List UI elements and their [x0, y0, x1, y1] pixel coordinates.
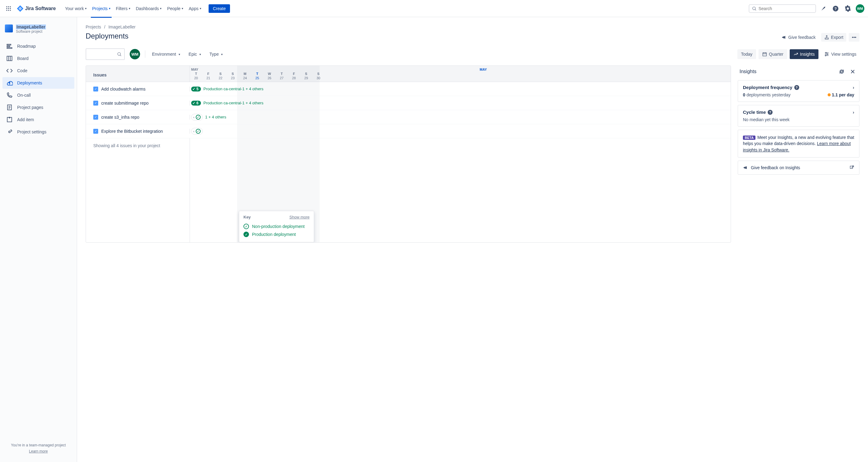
sidebar: ImageLabeller Software project Roadmap B…	[0, 17, 77, 462]
notifications-icon[interactable]	[818, 4, 828, 13]
user-avatar[interactable]: WM	[856, 4, 864, 13]
cycle-time-card[interactable]: Cycle time?› No median yet this week	[738, 105, 860, 127]
issues-column-header: Issues	[86, 66, 190, 81]
settings-icon[interactable]	[843, 4, 853, 13]
help-icon[interactable]: ?	[794, 85, 799, 90]
issues-footer-text: Showing all 4 issues in your project	[86, 138, 190, 242]
insights-feedback-card[interactable]: Give feedback on Insights	[738, 161, 860, 175]
day-column: F21	[202, 72, 214, 82]
export-icon	[824, 35, 829, 40]
sidebar-item-board[interactable]: Board	[2, 53, 74, 64]
sidebar-item-code[interactable]: Code	[2, 65, 74, 76]
svg-line-29	[120, 55, 121, 56]
filter-assignee[interactable]: WM	[130, 49, 140, 59]
svg-rect-27	[825, 38, 828, 39]
key-show-more[interactable]: Show more	[289, 215, 310, 219]
create-button[interactable]: Create	[209, 4, 230, 13]
nav-items: Your work▾ Projects▾ Filters▾ Dashboards…	[62, 4, 204, 13]
sidebar-item-roadmap[interactable]: Roadmap	[2, 40, 74, 52]
svg-point-8	[10, 10, 11, 11]
timeline-row[interactable]: ✓create submitImage repo✓ 6Production ca…	[86, 96, 731, 110]
sidebar-item-deployments[interactable]: Deployments	[2, 77, 74, 89]
day-column: W26	[264, 72, 276, 82]
app-switcher-icon[interactable]	[4, 4, 13, 13]
day-column: T20	[190, 72, 202, 82]
project-header[interactable]: ImageLabeller Software project	[2, 23, 74, 38]
timeline-row[interactable]: ✓create s3_infra repo‹✓1 + 4 others	[86, 110, 731, 124]
top-nav: Jira Software Your work▾ Projects▾ Filte…	[0, 0, 868, 17]
help-icon[interactable]: ?	[831, 4, 840, 13]
breadcrumbs: Projects / ImageLabeller	[86, 25, 860, 29]
filters-row: WM Environment▾ Epic▾ Type▾ Today Quarte…	[86, 48, 860, 60]
global-search[interactable]	[749, 4, 816, 13]
svg-point-28	[118, 53, 121, 55]
project-icon	[5, 25, 13, 32]
breadcrumb-project[interactable]: ImageLabeller	[108, 25, 135, 29]
filter-environment[interactable]: Environment▾	[150, 51, 182, 58]
megaphone-icon	[743, 165, 748, 170]
today-button[interactable]: Today	[737, 49, 756, 59]
day-column: F28	[288, 72, 300, 82]
external-link-icon	[849, 165, 854, 170]
insights-refresh-icon[interactable]	[837, 67, 846, 76]
insights-panel: Insights Deployment frequency?› 0 deploy…	[738, 65, 860, 178]
insights-close-icon[interactable]	[848, 67, 858, 76]
sidebar-item-add[interactable]: Add item	[2, 114, 74, 125]
search-icon	[117, 52, 122, 57]
key-legend-popup: KeyShow more ✓Non-production deployment …	[239, 211, 314, 242]
filter-type[interactable]: Type▾	[208, 51, 224, 58]
logo-text: Jira Software	[25, 6, 56, 11]
svg-point-2	[10, 6, 11, 7]
day-column: S29	[300, 72, 312, 82]
svg-point-7	[8, 10, 9, 11]
sidebar-item-pages[interactable]: Project pages	[2, 101, 74, 113]
issue-title: Explore the Bitbucket integration	[101, 129, 163, 134]
export-button[interactable]: Export	[821, 33, 846, 41]
nav-dashboards[interactable]: Dashboards▾	[133, 4, 164, 13]
insights-title: Insights	[740, 69, 836, 74]
svg-point-38	[827, 54, 828, 55]
insights-intro-card: BETAMeet your Insights, a new and evolvi…	[738, 130, 860, 158]
svg-point-39	[825, 55, 826, 56]
project-type: Software project	[16, 29, 46, 34]
svg-point-37	[826, 52, 827, 53]
nav-projects[interactable]: Projects▾	[90, 4, 113, 13]
svg-rect-13	[7, 44, 11, 45]
day-column: M24	[239, 72, 251, 82]
nav-people[interactable]: People▾	[164, 4, 186, 13]
day-column: T25	[251, 72, 264, 82]
issue-title: Add cloudwatch alarms	[101, 87, 146, 91]
issue-title: create s3_infra repo	[101, 115, 140, 120]
key-prod: ✓Production deployment	[244, 230, 310, 238]
svg-line-10	[755, 9, 756, 10]
svg-rect-16	[7, 56, 12, 61]
timeline-row[interactable]: ✓Explore the Bitbucket integration‹✓	[86, 124, 731, 138]
insights-button[interactable]: Insights	[790, 49, 818, 59]
sidebar-item-oncall[interactable]: On-call	[2, 89, 74, 101]
help-icon[interactable]: ?	[768, 110, 773, 115]
nav-filters[interactable]: Filters▾	[114, 4, 133, 13]
deployment-frequency-card[interactable]: Deployment frequency?› 0 deployments yes…	[738, 80, 860, 102]
quarter-button[interactable]: Quarter	[758, 49, 787, 59]
svg-point-4	[8, 8, 9, 9]
nav-your-work[interactable]: Your work▾	[62, 4, 89, 13]
more-actions-button[interactable]: •••	[849, 33, 860, 41]
chart-icon	[794, 52, 798, 57]
nav-apps[interactable]: Apps▾	[186, 4, 204, 13]
sidebar-learn-more[interactable]: Learn more	[5, 449, 72, 454]
calendar-icon	[762, 52, 767, 57]
search-input[interactable]	[758, 6, 813, 11]
sidebar-item-settings[interactable]: Project settings	[2, 126, 74, 138]
filter-search[interactable]	[86, 48, 125, 60]
give-feedback-button[interactable]: Give feedback	[778, 33, 819, 41]
timeline-row[interactable]: ✓Add cloudwatch alarms✓ 5Production ca-c…	[86, 82, 731, 96]
jira-logo[interactable]: Jira Software	[15, 5, 58, 12]
deployments-timeline: Issues MAYMAY T20F21S22S23M24T25W26T27F2…	[86, 65, 731, 243]
day-column: S22	[214, 72, 227, 82]
svg-rect-14	[7, 46, 10, 47]
page-title: Deployments	[86, 32, 860, 40]
view-settings-button[interactable]: View settings	[821, 50, 860, 59]
breadcrumb-projects[interactable]: Projects	[86, 25, 101, 29]
filter-epic[interactable]: Epic▾	[187, 51, 203, 58]
svg-point-9	[753, 7, 755, 9]
